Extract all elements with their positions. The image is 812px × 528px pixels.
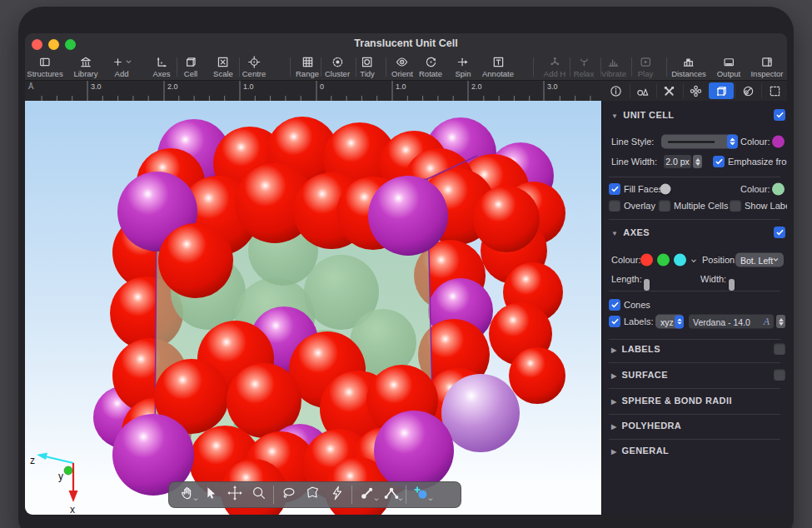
toolbar-output-button[interactable]: Output <box>717 55 741 78</box>
toolbar-cluster-button[interactable]: Cluster <box>325 55 350 78</box>
svg-text:1.0: 1.0 <box>243 82 254 91</box>
colour-expand-chevron[interactable] <box>690 255 697 265</box>
toolbar-addh-button: Add H <box>544 55 565 78</box>
tool-translate-button[interactable] <box>222 483 247 506</box>
atom-red[interactable] <box>509 347 565 404</box>
atom-red[interactable] <box>473 186 540 252</box>
mode-info-button[interactable] <box>604 82 629 99</box>
overlay-checkbox[interactable] <box>609 200 620 212</box>
line-width-stepper[interactable] <box>693 155 702 168</box>
cell-label: Cell <box>184 69 197 78</box>
axis-font-field[interactable]: Verdana - 14.0 A <box>689 315 774 329</box>
section-sphere-bond-radii[interactable]: ▶SPHERE & BOND RADII <box>602 392 787 409</box>
toolbar-add-button[interactable]: Add <box>112 55 132 78</box>
toolbar-scale-button[interactable]: Scale <box>213 55 233 78</box>
section-general[interactable]: ▶GENERAL <box>602 442 787 459</box>
structure-canvas[interactable]: z y x <box>25 101 601 515</box>
axes-checkbox[interactable] <box>774 227 785 238</box>
toolbar-separator <box>533 57 534 77</box>
toolbar-range-button[interactable]: Range <box>296 55 319 78</box>
play-label: Play <box>638 69 653 78</box>
line-width-value[interactable]: 2.0 px <box>664 155 691 168</box>
z-axis-arrow <box>37 453 47 461</box>
position-value: Bot. Left <box>740 255 773 265</box>
toolbar-axes-button[interactable]: Axes <box>152 55 170 78</box>
mode-xtools-button[interactable] <box>656 82 682 99</box>
toolbar-annotate-button[interactable]: Annotate <box>482 55 514 78</box>
section-title: GENERAL <box>622 446 670 456</box>
mode-marquee-button[interactable] <box>761 82 787 99</box>
toolbar-cell-button[interactable]: Cell <box>184 55 197 78</box>
wand-icon <box>329 485 346 505</box>
x-colour-swatch[interactable] <box>640 254 653 266</box>
axis-font-stepper[interactable] <box>776 315 785 328</box>
toolbar-separator <box>666 57 667 77</box>
mode-slice-button[interactable] <box>735 82 760 99</box>
labels-section-checkbox[interactable] <box>774 343 785 355</box>
atom-red[interactable] <box>158 223 233 298</box>
add-icon <box>112 55 132 69</box>
fill-colour-label: Colour: <box>740 184 770 194</box>
surface-section-checkbox[interactable] <box>774 369 785 381</box>
section-unit-cell[interactable]: ▼UNIT CELL <box>602 107 787 123</box>
y-colour-swatch[interactable] <box>657 254 670 266</box>
svg-text:1.0: 1.0 <box>396 82 406 91</box>
move-icon <box>227 485 243 505</box>
labels-checkbox[interactable] <box>609 316 620 327</box>
toolbar-vibrate-button: Vibrate <box>601 55 626 78</box>
tool-pan-button[interactable] <box>174 483 198 506</box>
tool-measure-angle-button[interactable] <box>379 483 403 506</box>
output-icon <box>723 55 735 69</box>
ruler-row: 3.02.01.001.02.03.0Å <box>25 81 787 101</box>
line-style-stepper[interactable] <box>727 135 738 149</box>
line-colour-swatch[interactable] <box>772 136 785 148</box>
angle-icon <box>383 485 400 505</box>
atom-purple[interactable] <box>441 374 520 452</box>
tool-select-button[interactable] <box>198 483 222 506</box>
multiple-cells-checkbox[interactable] <box>659 200 670 212</box>
toolbar-spin-button[interactable]: Spin <box>455 55 471 78</box>
mode-cellmode-button[interactable] <box>709 82 734 99</box>
emphasize-front-checkbox[interactable] <box>713 156 725 167</box>
tool-lasso-button[interactable] <box>276 483 301 506</box>
toolbar-rotate-button[interactable]: Rotate <box>419 55 442 78</box>
section-polyhedra[interactable]: ▶POLYHEDRA <box>602 417 787 434</box>
z-colour-swatch[interactable] <box>674 254 686 266</box>
structures-label: Structures <box>27 69 62 78</box>
atom-purple[interactable] <box>374 411 454 491</box>
toolbar-orient-button[interactable]: Orient <box>391 55 413 78</box>
section-surface[interactable]: ▶SURFACE <box>602 366 787 383</box>
axes-icon <box>156 55 168 69</box>
toolbar-separator <box>177 57 177 77</box>
fill-colour-swatch[interactable] <box>772 183 785 196</box>
tool-zoom-button[interactable] <box>247 483 271 506</box>
y-axis-dot <box>64 466 72 475</box>
svg-text:3.0: 3.0 <box>91 82 102 91</box>
toolbar-structures-button[interactable]: Structures <box>27 55 62 78</box>
axis-label-style-select[interactable]: xyz <box>655 315 684 329</box>
mode-shapes-button[interactable] <box>630 82 655 99</box>
mode-gizmo-button[interactable] <box>683 82 709 99</box>
position-select[interactable]: Bot. Left <box>735 253 784 267</box>
tool-quick-select-button[interactable] <box>325 483 349 506</box>
axis-label-stepper[interactable] <box>675 315 684 328</box>
centre-label: Centre <box>242 69 267 78</box>
toolbar-distances-button[interactable]: Distances <box>671 55 706 78</box>
toolbar-library-button[interactable]: Library <box>73 55 97 78</box>
line-style-select[interactable] <box>661 135 738 149</box>
toolbar-centre-button[interactable]: Centre <box>242 55 267 78</box>
tool-measure-distance-button[interactable] <box>355 483 379 506</box>
tool-polygon-lasso-button[interactable] <box>301 483 325 506</box>
cones-checkbox[interactable] <box>609 299 620 311</box>
relax-icon <box>577 55 590 69</box>
x-axis-arrow <box>69 491 78 502</box>
tool-add-atom-button[interactable] <box>409 483 433 506</box>
section-labels[interactable]: ▶LABELS <box>602 341 787 357</box>
show-labels-checkbox[interactable] <box>730 200 741 212</box>
section-axes[interactable]: ▼AXES <box>602 224 787 241</box>
atom-purple[interactable] <box>368 176 448 256</box>
toolbar-tidy-button[interactable]: Tidy <box>360 55 375 78</box>
fill-faces-checkbox[interactable] <box>609 183 620 195</box>
toolbar-inspector-button[interactable]: Inspector <box>750 55 783 78</box>
unit-cell-checkbox[interactable] <box>774 109 785 121</box>
